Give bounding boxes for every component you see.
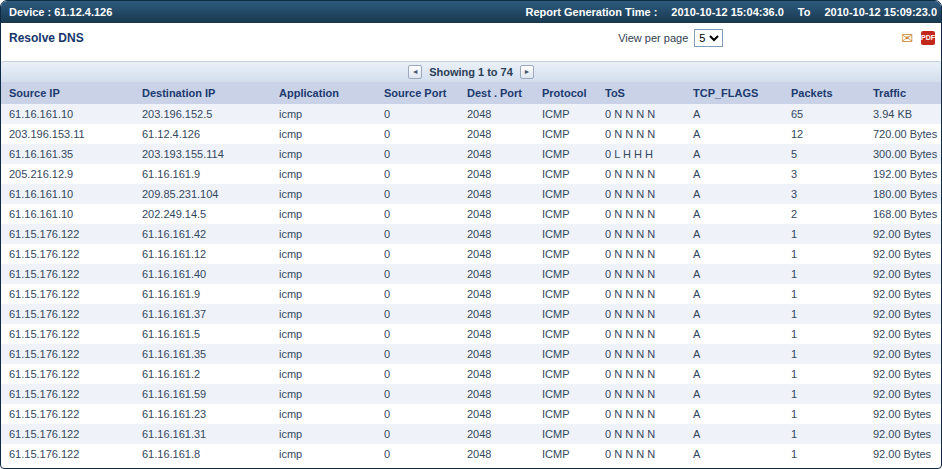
report-content: ◄ Showing 1 to 74 ► Source IPDestination… — [1, 61, 941, 468]
cell: ICMP — [534, 344, 597, 364]
cell: 61.15.176.122 — [1, 304, 134, 324]
cell: 61.16.161.23 — [134, 404, 271, 424]
cell: 2048 — [459, 284, 534, 304]
table-row: 61.15.176.12261.16.161.37icmp02048ICMP0 … — [1, 304, 941, 324]
cell: 2048 — [459, 104, 534, 124]
cell: 0 — [376, 264, 459, 284]
cell: 2048 — [459, 144, 534, 164]
pdf-export-icon[interactable]: PDF — [921, 31, 935, 45]
cell: 720.00 Bytes — [865, 124, 941, 144]
cell: 2048 — [459, 204, 534, 224]
cell: 92.00 Bytes — [865, 404, 941, 424]
table-row: 61.15.176.12261.16.161.12icmp02048ICMP0 … — [1, 244, 941, 264]
cell: 0 — [376, 124, 459, 144]
cell: 0 N N N N — [597, 264, 685, 284]
cell: 1 — [783, 344, 865, 364]
cell: 92.00 Bytes — [865, 444, 941, 464]
cell: 0 — [376, 224, 459, 244]
export-icons: ✉ PDF — [901, 31, 935, 45]
cell: 1 — [783, 384, 865, 404]
cell: 209.85.231.104 — [134, 184, 271, 204]
table-row: 61.15.176.12261.16.161.31icmp02048ICMP0 … — [1, 424, 941, 444]
cell: ICMP — [534, 164, 597, 184]
column-header: Packets — [783, 82, 865, 104]
cell: 180.00 Bytes — [865, 184, 941, 204]
cell: 3 — [783, 184, 865, 204]
cell: 2048 — [459, 404, 534, 424]
table-row: 61.16.161.10202.249.14.5icmp02048ICMP0 N… — [1, 204, 941, 224]
cell: 92.00 Bytes — [865, 384, 941, 404]
cell: 2048 — [459, 224, 534, 244]
cell: 2048 — [459, 444, 534, 464]
cell: 0 N N N N — [597, 424, 685, 444]
cell: 2048 — [459, 324, 534, 344]
report-time-from: 2010-10-12 15:04:36.0 — [671, 6, 784, 18]
cell: 61.16.161.42 — [134, 224, 271, 244]
cell: A — [685, 424, 783, 444]
view-per-page-label: View per page — [618, 32, 688, 44]
device-label: Device : 61.12.4.126 — [9, 6, 112, 18]
cell: 2048 — [459, 424, 534, 444]
cell: 2 — [783, 204, 865, 224]
cell: 0 N N N N — [597, 184, 685, 204]
cell: 92.00 Bytes — [865, 284, 941, 304]
cell: 1 — [783, 304, 865, 324]
email-icon[interactable]: ✉ — [901, 31, 913, 45]
cell: 0 — [376, 404, 459, 424]
cell: icmp — [271, 344, 376, 364]
cell: 0 L H H H — [597, 144, 685, 164]
cell: 0 N N N N — [597, 444, 685, 464]
cell: A — [685, 184, 783, 204]
cell: 0 N N N N — [597, 164, 685, 184]
cell: 2048 — [459, 124, 534, 144]
cell: 205.216.12.9 — [1, 164, 134, 184]
column-header: Traffic — [865, 82, 941, 104]
cell: A — [685, 284, 783, 304]
flow-table-body: 61.16.161.10203.196.152.5icmp02048ICMP0 … — [1, 104, 941, 464]
cell: 0 N N N N — [597, 364, 685, 384]
cell: icmp — [271, 384, 376, 404]
prev-page-button[interactable]: ◄ — [408, 65, 422, 79]
cell: icmp — [271, 104, 376, 124]
cell: 0 — [376, 444, 459, 464]
cell: icmp — [271, 204, 376, 224]
cell: A — [685, 204, 783, 224]
cell: ICMP — [534, 364, 597, 384]
topbar: Device : 61.12.4.126 Report Generation T… — [1, 1, 941, 23]
cell: 61.15.176.122 — [1, 384, 134, 404]
column-header: Protocol — [534, 82, 597, 104]
cell: 92.00 Bytes — [865, 324, 941, 344]
table-row: 61.16.161.35203.193.155.114icmp02048ICMP… — [1, 144, 941, 164]
table-row: 61.15.176.12261.16.161.59icmp02048ICMP0 … — [1, 384, 941, 404]
cell: 0 — [376, 204, 459, 224]
column-header: Application — [271, 82, 376, 104]
cell: 61.15.176.122 — [1, 244, 134, 264]
cell: A — [685, 344, 783, 364]
cell: icmp — [271, 444, 376, 464]
cell: 5 — [783, 144, 865, 164]
cell: 0 N N N N — [597, 244, 685, 264]
table-row: 61.15.176.12261.16.161.23icmp02048ICMP0 … — [1, 404, 941, 424]
cell: 61.16.161.5 — [134, 324, 271, 344]
view-per-page-select[interactable]: 5 — [694, 29, 723, 47]
cell: 0 — [376, 284, 459, 304]
cell: ICMP — [534, 384, 597, 404]
table-row: 205.216.12.961.16.161.9icmp02048ICMP0 N … — [1, 164, 941, 184]
cell: 61.16.161.10 — [1, 204, 134, 224]
showing-range-label: Showing 1 to 74 — [429, 66, 513, 78]
cell: 0 N N N N — [597, 304, 685, 324]
cell: 0 — [376, 104, 459, 124]
report-page: Device : 61.12.4.126 Report Generation T… — [0, 0, 942, 469]
cell: 192.00 Bytes — [865, 164, 941, 184]
cell: A — [685, 304, 783, 324]
cell: 2048 — [459, 244, 534, 264]
cell: 61.16.161.35 — [134, 344, 271, 364]
next-page-button[interactable]: ► — [520, 65, 534, 79]
cell: 168.00 Bytes — [865, 204, 941, 224]
cell: A — [685, 444, 783, 464]
cell: 0 N N N N — [597, 204, 685, 224]
report-time-to: 2010-10-12 15:09:23.0 — [824, 6, 937, 18]
pagination-bar: ◄ Showing 1 to 74 ► — [1, 61, 941, 82]
cell: 1 — [783, 224, 865, 244]
report-generation-time: Report Generation Time : 2010-10-12 15:0… — [525, 6, 937, 18]
